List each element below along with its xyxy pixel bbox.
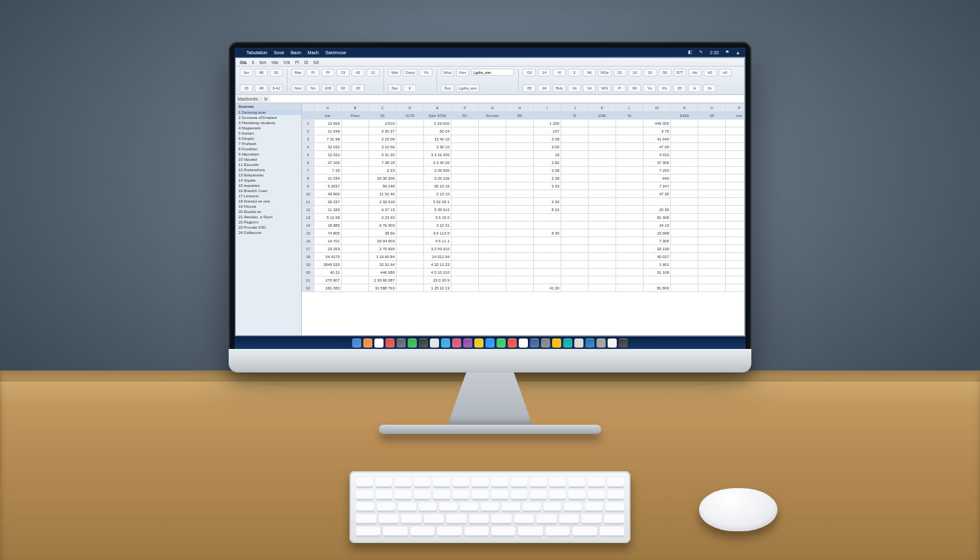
dock-app-icon[interactable] xyxy=(541,338,550,348)
ribbon-tab[interactable]: Pl xyxy=(295,60,299,65)
cell[interactable]: 2 10 56 xyxy=(369,143,397,151)
cell[interactable]: 237 xyxy=(534,127,561,135)
dock-app-icon[interactable] xyxy=(585,338,595,348)
status-clock[interactable]: 2:30 xyxy=(710,50,719,55)
column-header[interactable]: D xyxy=(397,104,424,112)
navigator-item[interactable]: 18 Anestot se one xyxy=(236,199,301,204)
cell[interactable] xyxy=(671,229,698,237)
cell[interactable] xyxy=(589,182,616,190)
cell[interactable] xyxy=(534,245,561,253)
cell[interactable] xyxy=(451,276,479,284)
cell[interactable] xyxy=(397,284,424,292)
ribbon-button[interactable]: n6 xyxy=(719,69,732,76)
cell[interactable] xyxy=(671,143,698,151)
cell[interactable]: 2849 520 xyxy=(314,261,342,269)
cell[interactable] xyxy=(342,120,369,127)
cell[interactable]: 1/510 xyxy=(369,120,397,127)
status-icon[interactable]: ▲ xyxy=(736,50,740,55)
data-header-cell[interactable]: 51 xyxy=(369,112,397,120)
cell[interactable]: 2 23 93 xyxy=(369,214,397,222)
cell[interactable] xyxy=(698,276,726,284)
row-header[interactable]: 11 xyxy=(302,198,314,206)
row-header[interactable]: 7 xyxy=(302,167,314,174)
column-header[interactable]: G xyxy=(479,104,506,112)
cell[interactable] xyxy=(616,214,644,222)
cell[interactable]: 20 30 200 xyxy=(369,174,397,182)
ribbon-button[interactable]: N xyxy=(553,69,566,76)
cell[interactable] xyxy=(342,206,369,214)
dock-app-icon[interactable] xyxy=(374,338,384,348)
cell[interactable] xyxy=(506,229,534,237)
ribbon-button[interactable]: NGe xyxy=(598,69,611,76)
ribbon-tab[interactable]: Gia xyxy=(240,60,246,65)
cell[interactable] xyxy=(589,167,616,174)
data-header-cell[interactable]: ers xyxy=(726,112,745,120)
cell[interactable] xyxy=(342,159,369,167)
cell[interactable]: 8 22 xyxy=(534,206,561,214)
cell[interactable] xyxy=(342,190,369,198)
cell[interactable] xyxy=(698,229,726,237)
cell[interactable] xyxy=(451,253,479,261)
data-header-cell[interactable]: Sais 370K xyxy=(424,112,451,120)
cell[interactable] xyxy=(589,127,616,135)
cell[interactable]: 4 5 10 210 xyxy=(424,269,451,276)
ribbon-button[interactable]: 11 xyxy=(367,69,380,76)
cell[interactable] xyxy=(671,135,698,143)
cell[interactable] xyxy=(451,135,479,143)
cell[interactable] xyxy=(561,159,589,167)
cell[interactable] xyxy=(616,284,644,292)
cell[interactable] xyxy=(561,284,589,292)
cell[interactable] xyxy=(616,182,644,190)
cell[interactable]: 449 305 xyxy=(644,120,671,127)
cell[interactable]: 3 2 53 910 xyxy=(424,245,451,253)
cell[interactable] xyxy=(397,135,424,143)
cell[interactable] xyxy=(589,245,616,253)
cell[interactable]: 2 38 xyxy=(534,167,561,174)
cell[interactable] xyxy=(506,182,534,190)
navigator-item[interactable]: 6 Daupts xyxy=(236,136,301,141)
column-header[interactable]: H xyxy=(506,104,534,112)
data-header-cell[interactable]: Iue xyxy=(314,112,342,120)
cell[interactable]: 7 250 xyxy=(644,167,671,174)
cell[interactable] xyxy=(726,127,745,135)
ribbon-button[interactable]: Lgdia_san xyxy=(456,84,480,92)
cell[interactable] xyxy=(342,174,369,182)
cell[interactable] xyxy=(506,151,534,159)
ribbon-button[interactable]: 93 xyxy=(628,84,641,92)
dock-app-icon[interactable] xyxy=(619,338,628,348)
cell[interactable] xyxy=(534,261,561,269)
ribbon-button[interactable]: Nn xyxy=(306,84,319,92)
row-header[interactable]: 15 xyxy=(302,229,314,237)
ribbon-button[interactable]: k5 xyxy=(704,69,717,76)
cell[interactable] xyxy=(561,120,589,127)
cell[interactable] xyxy=(397,167,424,174)
cell[interactable] xyxy=(479,245,506,253)
cell[interactable] xyxy=(698,167,726,174)
row-header[interactable]: 18 xyxy=(302,253,314,261)
cell[interactable] xyxy=(698,245,726,253)
cell[interactable] xyxy=(616,135,644,143)
ribbon-button[interactable]: Mal xyxy=(388,69,401,76)
cell[interactable] xyxy=(342,167,369,174)
cell[interactable] xyxy=(506,253,534,261)
column-header[interactable]: C xyxy=(369,104,397,112)
cell[interactable] xyxy=(698,159,726,167)
cell[interactable] xyxy=(506,245,534,253)
cell[interactable]: 47 00 xyxy=(644,143,671,151)
cell[interactable] xyxy=(589,261,616,269)
cell[interactable] xyxy=(479,229,506,237)
cell[interactable]: 31 588 763 xyxy=(369,284,397,292)
cell[interactable] xyxy=(342,245,369,253)
cell[interactable] xyxy=(479,276,506,284)
navigator-item[interactable]: 9 Alponeten xyxy=(236,152,301,157)
ribbon-button[interactable]: 3-42 xyxy=(270,84,283,92)
cell[interactable] xyxy=(342,135,369,143)
cell[interactable] xyxy=(479,127,506,135)
ribbon-tab[interactable]: Vnt xyxy=(284,60,290,65)
cell[interactable] xyxy=(479,269,506,276)
cell[interactable] xyxy=(451,182,479,190)
cell[interactable]: 3 33 xyxy=(534,182,561,190)
cell[interactable] xyxy=(671,284,698,292)
cell[interactable]: 32 032 xyxy=(314,143,342,151)
cell[interactable]: 13 40 10 xyxy=(424,135,451,143)
